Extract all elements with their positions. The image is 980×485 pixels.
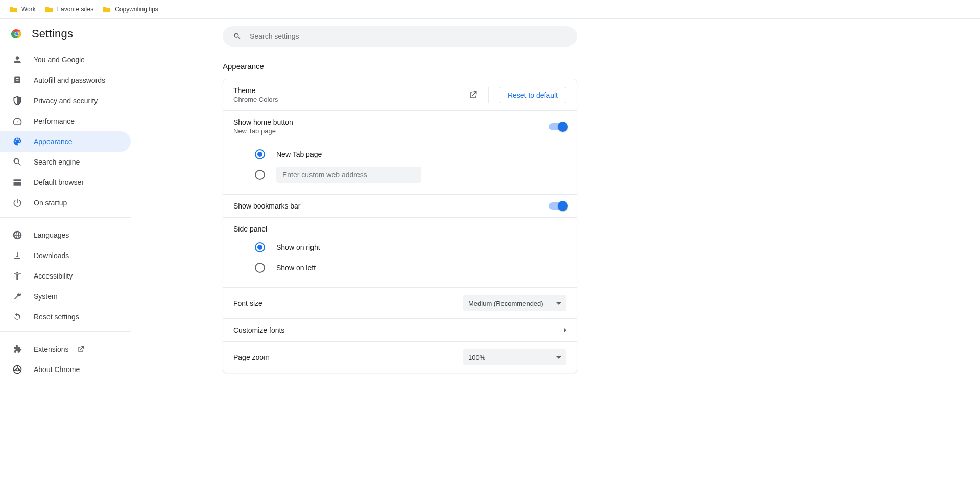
bookmark-folder-copywriting-tips[interactable]: Copywriting tips — [103, 5, 158, 13]
nav-appearance[interactable]: Appearance — [0, 131, 131, 152]
customize-fonts-row[interactable]: Customize fonts — [223, 318, 577, 341]
radio-icon[interactable] — [255, 149, 265, 159]
nav-label: Reset settings — [34, 313, 79, 321]
reset-to-default-button[interactable]: Reset to default — [499, 87, 566, 103]
sidepanel-radio-left[interactable]: Show on left — [255, 258, 566, 278]
home-button-toggle[interactable] — [549, 123, 566, 130]
nav-label: About Chrome — [34, 365, 80, 374]
appearance-card: Theme Chrome Colors Reset to default Sho… — [223, 79, 577, 373]
fontsize-title: Font size — [233, 299, 457, 307]
main: Appearance Theme Chrome Colors Reset to … — [131, 19, 980, 380]
nav-system[interactable]: System — [0, 286, 131, 307]
radio-icon[interactable] — [255, 170, 265, 180]
home-radio-custom[interactable] — [255, 165, 566, 185]
power-icon — [12, 198, 22, 208]
theme-row[interactable]: Theme Chrome Colors Reset to default — [223, 79, 577, 110]
extension-icon — [12, 344, 22, 354]
bookmarks-bar-toggle[interactable] — [549, 202, 566, 210]
chevron-right-icon — [564, 328, 566, 333]
pagezoom-value: 100% — [468, 354, 485, 361]
nav-default-browser[interactable]: Default browser — [0, 172, 131, 193]
nav-accessibility[interactable]: Accessibility — [0, 266, 131, 286]
section-title: Appearance — [223, 62, 980, 71]
folder-icon — [9, 5, 17, 13]
theme-sub: Chrome Colors — [233, 96, 462, 103]
nav-label: Accessibility — [34, 272, 73, 280]
nav-extensions[interactable]: Extensions — [0, 339, 131, 359]
bookmark-folder-work[interactable]: Work — [9, 5, 36, 13]
nav-label: Downloads — [34, 251, 69, 260]
home-sub: New Tab page — [233, 127, 543, 135]
home-title: Show home button — [233, 118, 543, 126]
bookmark-folder-favorite-sites[interactable]: Favorite sites — [45, 5, 93, 13]
bookmark-label: Favorite sites — [57, 6, 93, 13]
nav-search-engine[interactable]: Search engine — [0, 152, 131, 172]
customfonts-title: Customize fonts — [233, 326, 558, 334]
search-box[interactable] — [223, 26, 577, 47]
nav-label: Search engine — [34, 158, 80, 166]
reset-icon — [12, 312, 22, 322]
sidepanel-options: Show on right Show on left — [223, 235, 577, 287]
chevron-down-icon — [556, 356, 561, 359]
open-in-new-icon[interactable] — [468, 90, 478, 100]
sidepanel-title: Side panel — [233, 225, 566, 233]
nav-label: Extensions — [34, 345, 68, 353]
nav-label: You and Google — [34, 56, 85, 64]
nav-about[interactable]: About Chrome — [0, 359, 131, 380]
wrench-icon — [12, 291, 22, 302]
browser-icon — [12, 177, 22, 188]
folder-icon — [103, 5, 111, 13]
sidepanel-radio-right[interactable]: Show on right — [255, 237, 566, 258]
nav-you-and-google[interactable]: You and Google — [0, 50, 131, 70]
nav-tertiary: ExtensionsAbout Chrome — [0, 336, 131, 380]
radio-icon[interactable] — [255, 242, 265, 252]
chrome-logo-icon — [10, 27, 23, 40]
nav-label: Default browser — [34, 178, 84, 187]
search-input[interactable] — [250, 32, 567, 40]
fontsize-row: Font size Medium (Recommended) — [223, 287, 577, 318]
search-icon — [233, 32, 242, 41]
radio-label: New Tab page — [276, 150, 322, 158]
bookmark-label: Work — [21, 6, 36, 13]
speed-icon — [12, 116, 22, 126]
nav-downloads[interactable]: Downloads — [0, 245, 131, 266]
brand: Settings — [0, 27, 131, 47]
nav-on-startup[interactable]: On startup — [0, 193, 131, 213]
nav-divider — [0, 217, 131, 218]
nav-languages[interactable]: Languages — [0, 225, 131, 245]
chevron-down-icon — [556, 302, 561, 305]
person-icon — [12, 55, 22, 65]
nav-label: Languages — [34, 231, 69, 239]
nav-privacy[interactable]: Privacy and security — [0, 90, 131, 111]
nav-divider — [0, 331, 131, 332]
home-radio-newtab[interactable]: New Tab page — [255, 144, 566, 165]
nav-autofill[interactable]: Autofill and passwords — [0, 70, 131, 90]
custom-address-input[interactable] — [276, 167, 421, 183]
bookmarks-title: Show bookmarks bar — [233, 202, 543, 210]
home-button-row: Show home button New Tab page — [223, 110, 577, 142]
accessibility-icon — [12, 271, 22, 281]
nav-label: System — [34, 292, 58, 301]
radio-icon[interactable] — [255, 263, 265, 273]
theme-title: Theme — [233, 86, 462, 95]
nav-primary: You and GoogleAutofill and passwordsPriv… — [0, 47, 131, 213]
nav-reset[interactable]: Reset settings — [0, 307, 131, 327]
palette-icon — [12, 136, 22, 147]
pagezoom-select[interactable]: 100% — [463, 349, 566, 365]
bookmark-label: Copywriting tips — [115, 6, 158, 13]
open-in-new-icon — [77, 345, 85, 353]
sidebar: Settings You and GoogleAutofill and pass… — [0, 19, 131, 380]
divider — [488, 87, 489, 103]
chrome-outline-icon — [12, 364, 22, 375]
search-icon — [12, 157, 22, 167]
bookmarks-bar: Work Favorite sites Copywriting tips — [0, 0, 980, 19]
download-icon — [12, 250, 22, 261]
nav-label: Appearance — [34, 137, 73, 146]
radio-label: Show on right — [276, 243, 320, 251]
nav-secondary: LanguagesDownloadsAccessibilitySystemRes… — [0, 222, 131, 327]
nav-performance[interactable]: Performance — [0, 111, 131, 131]
bookmarks-bar-row: Show bookmarks bar — [223, 194, 577, 217]
nav-label: Performance — [34, 117, 75, 125]
fontsize-select[interactable]: Medium (Recommended) — [463, 295, 566, 311]
folder-icon — [45, 5, 53, 13]
